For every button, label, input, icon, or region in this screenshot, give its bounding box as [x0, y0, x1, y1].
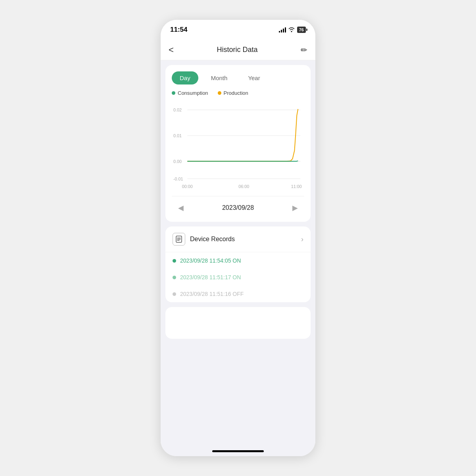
svg-text:11:00: 11:00: [291, 184, 302, 188]
record-dot-2: [173, 276, 176, 279]
svg-text:00:00: 00:00: [182, 184, 193, 188]
wifi-icon: [288, 27, 295, 33]
record-text-3: 2023/09/28 11:51:16 OFF: [180, 291, 244, 297]
home-indicator: [212, 450, 264, 452]
back-button[interactable]: <: [169, 45, 174, 55]
edit-button[interactable]: ✏: [301, 45, 307, 55]
production-label: Production: [224, 90, 248, 96]
records-title: Device Records: [190, 236, 235, 243]
records-nav-arrow: ›: [301, 235, 303, 244]
status-icons: 76: [279, 27, 306, 33]
phone-frame: 11:54 76 < Historic Data ✏: [161, 20, 315, 456]
list-item: 2023/09/28 11:51:16 OFF: [165, 286, 311, 302]
list-item: 2023/09/28 11:51:17 ON: [165, 269, 311, 286]
consumption-dot: [172, 91, 175, 95]
svg-text:-0.01: -0.01: [173, 176, 183, 181]
tab-row: Day Month Year: [172, 71, 304, 84]
tab-year[interactable]: Year: [240, 71, 268, 84]
legend-production: Production: [218, 90, 248, 96]
next-date-button[interactable]: ▶: [289, 202, 301, 214]
nav-bar: < Historic Data ✏: [161, 40, 315, 60]
chart-area: 0.02 0.01 0.00 -0.01 00:00 06:00 11:00: [172, 101, 304, 192]
record-dot-1: [173, 259, 176, 263]
bottom-card: [165, 307, 311, 339]
battery-icon: 76: [297, 27, 306, 33]
chart-svg: 0.02 0.01 0.00 -0.01 00:00 06:00 11:00: [172, 101, 304, 192]
consumption-label: Consumption: [178, 90, 208, 96]
status-bar: 11:54 76: [161, 20, 315, 40]
tab-day[interactable]: Day: [172, 71, 198, 84]
signal-icon: [279, 27, 286, 33]
legend-row: Consumption Production: [172, 90, 304, 96]
legend-consumption: Consumption: [172, 90, 208, 96]
svg-text:0.00: 0.00: [173, 159, 182, 164]
content-area: Day Month Year Consumption Production: [161, 60, 315, 456]
page-title: Historic Data: [217, 46, 257, 54]
prev-date-button[interactable]: ◀: [175, 202, 187, 214]
record-text-1: 2023/09/28 11:54:05 ON: [180, 257, 241, 264]
record-text-2: 2023/09/28 11:51:17 ON: [180, 274, 241, 280]
chart-card: Day Month Year Consumption Production: [165, 65, 311, 222]
record-dot-3: [173, 292, 176, 296]
status-time: 11:54: [170, 26, 187, 34]
date-nav: ◀ 2023/09/28 ▶: [172, 196, 304, 215]
records-icon: [173, 233, 185, 246]
svg-text:0.02: 0.02: [173, 107, 182, 112]
records-left: Device Records: [173, 233, 235, 246]
records-card: Device Records › 2023/09/28 11:54:05 ON …: [165, 226, 311, 302]
list-item: 2023/09/28 11:54:05 ON: [165, 252, 311, 269]
svg-text:06:00: 06:00: [238, 184, 249, 188]
production-dot: [218, 91, 221, 95]
current-date: 2023/09/28: [222, 204, 254, 211]
svg-text:0.01: 0.01: [173, 133, 182, 138]
records-header[interactable]: Device Records ›: [165, 226, 311, 252]
tab-month[interactable]: Month: [203, 71, 236, 84]
